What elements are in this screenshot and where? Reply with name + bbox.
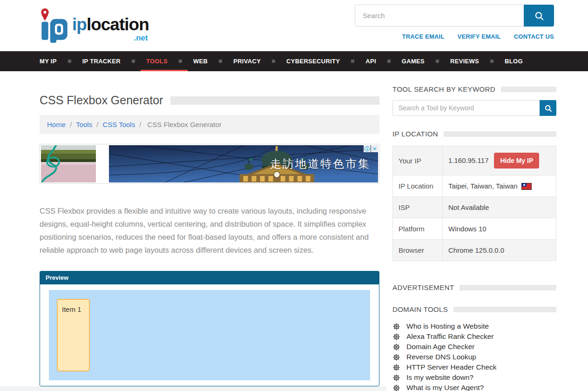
domain-tool-label: Alexa Traffic Rank Checker: [406, 332, 494, 341]
breadcrumb: Home/Tools/CSS Tools/ CSS Flexbox Genera…: [40, 115, 379, 134]
sidebar: TOOL SEARCH BY KEYWORD IP LOCATION Your …: [392, 85, 556, 391]
domain-tool-link[interactable]: HTTP Server Header Check: [392, 362, 556, 372]
breadcrumb-pair: CSS Tools/: [102, 121, 145, 128]
adchoices-info-icon[interactable]: i: [364, 145, 371, 152]
table-row-platform: Platform Windows 10: [393, 218, 556, 240]
your-ip-value: 1.160.95.117: [448, 156, 488, 164]
ad-image-left: [41, 145, 96, 182]
header-search-button[interactable]: [524, 5, 554, 27]
nav-item-label: MY IP: [40, 58, 57, 65]
table-row-ip-location: IP Location Taipei, Taiwan, Taiwan: [393, 175, 556, 197]
nav-item-label: BLOG: [505, 58, 523, 65]
tool-search-heading: TOOL SEARCH BY KEYWORD: [392, 85, 556, 93]
nav-item[interactable]: CYBERSECURITY: [281, 51, 360, 71]
nav-item[interactable]: MY IP: [34, 51, 77, 71]
nav-item[interactable]: API: [360, 51, 396, 71]
flex-item-1[interactable]: Item 1: [57, 299, 90, 371]
nav-item-label: TOOLS: [146, 58, 168, 65]
nav-item-label: CYBERSECURITY: [286, 58, 340, 65]
main-column: CSS Flexbox Generator Home/Tools/CSS Too…: [40, 85, 379, 391]
preview-card: Preview Item 1: [40, 271, 379, 386]
nav-item-label: GAMES: [402, 58, 425, 65]
ad-close-icon[interactable]: ×: [371, 145, 378, 152]
domain-tool-link[interactable]: Reverse DNS Lookup: [392, 352, 556, 362]
nav-item[interactable]: REVIEWS: [445, 51, 499, 71]
advertisement-heading: ADVERTISEMENT: [392, 283, 556, 291]
domain-tool-label: Who is Hosting a Website: [406, 322, 489, 330]
isp-value: Not Available: [443, 197, 556, 218]
hide-my-ip-button[interactable]: Hide My IP: [494, 153, 539, 169]
tool-description: CSS Flexbox provides a flexible and intu…: [40, 204, 379, 256]
table-row-your-ip: Your IP 1.160.95.117Hide My IP: [393, 146, 556, 175]
gear-icon: [392, 374, 400, 382]
nav-item[interactable]: PRIVACY: [228, 51, 281, 71]
gear-icon: [392, 384, 400, 391]
preview-card-body: Item 1: [40, 284, 379, 386]
heading-decoration-bar: [453, 307, 556, 312]
ad-image-right: 走訪地道特色市集 i ×: [109, 145, 378, 182]
your-ip-label: Your IP: [393, 146, 443, 175]
breadcrumb-separator: /: [70, 121, 72, 128]
breadcrumb-links: Home/Tools/CSS Tools/: [47, 121, 145, 128]
ad-banner[interactable]: 走訪地道特色市集 i ×: [40, 144, 379, 184]
nav-item[interactable]: GAMES: [396, 51, 445, 71]
breadcrumb-link[interactable]: Home: [47, 121, 66, 128]
nav-item-label: IP TRACKER: [82, 58, 121, 65]
breadcrumb-link[interactable]: Tools: [76, 121, 92, 128]
gear-icon: [392, 323, 400, 330]
flex-container-preview: Item 1: [49, 290, 370, 380]
tool-search-button[interactable]: [540, 100, 556, 116]
nav-item[interactable]: BLOG: [499, 51, 528, 71]
isp-label: ISP: [393, 197, 443, 218]
browser-value: Chrome 125.0.0.0: [443, 240, 556, 261]
platform-label: Platform: [393, 218, 443, 240]
domain-tool-label: Is my website down?: [406, 373, 473, 382]
header-link[interactable]: TRACE EMAIL: [402, 33, 445, 40]
main-nav: MY IP IP TRACKER TOOLS WEB PRIVACY: [0, 51, 588, 71]
logo[interactable]: iplocation.net: [40, 7, 149, 43]
heading-decoration-bar: [501, 87, 556, 92]
taiwan-flag-icon: [521, 183, 532, 190]
header-right: TRACE EMAILVERIFY EMAILCONTACT US: [355, 5, 554, 40]
logo-text-ip: ip: [72, 15, 87, 34]
breadcrumb-pair: Home/: [47, 121, 76, 128]
logo-text-location: location: [87, 15, 149, 34]
platform-value: Windows 10: [443, 218, 556, 240]
content: CSS Flexbox Generator Home/Tools/CSS Too…: [0, 71, 588, 391]
domain-tool-link[interactable]: What is my User Agent?: [392, 383, 556, 391]
header-links: TRACE EMAILVERIFY EMAILCONTACT US: [355, 33, 554, 40]
ip-location-value: Taipei, Taiwan, Taiwan: [448, 182, 518, 190]
ip-location-label: IP Location: [393, 175, 443, 197]
nav-list: MY IP IP TRACKER TOOLS WEB PRIVACY: [0, 51, 588, 71]
tool-search: [392, 100, 556, 116]
gear-icon: [392, 333, 400, 341]
domain-tool-link[interactable]: Domain Age Checker: [392, 342, 556, 352]
header-link[interactable]: CONTACT US: [514, 33, 554, 40]
tool-search-input[interactable]: [392, 100, 540, 116]
heading-decoration-bar: [444, 131, 556, 137]
nav-item[interactable]: TOOLS: [141, 51, 188, 71]
logo-text: iplocation.net: [72, 15, 149, 34]
domain-tool-link[interactable]: Alexa Traffic Rank Checker: [392, 331, 556, 342]
domain-tool-label: Domain Age Checker: [406, 343, 474, 351]
site-header: iplocation.net TRACE EMAILVERIFY EMAILCO…: [0, 0, 588, 51]
domain-tool-link[interactable]: Who is Hosting a Website: [392, 321, 556, 331]
title-decoration-bar: [170, 96, 379, 105]
logo-icon: [40, 7, 68, 43]
browser-label: Browser: [393, 240, 443, 261]
breadcrumb-separator: /: [139, 121, 141, 128]
logo-text-net: .net: [134, 34, 148, 43]
nav-item[interactable]: IP TRACKER: [77, 51, 141, 71]
domain-tool-label: What is my User Agent?: [406, 384, 484, 391]
page: iplocation.net TRACE EMAILVERIFY EMAILCO…: [0, 0, 588, 391]
breadcrumb-link[interactable]: CSS Tools: [102, 121, 135, 128]
header-search-input[interactable]: [355, 5, 524, 27]
domain-tools-list: Who is Hosting a Website: [392, 321, 556, 391]
heading-decoration-bar: [460, 285, 556, 290]
nav-item[interactable]: WEB: [188, 51, 228, 71]
domain-tool-link[interactable]: Is my website down?: [392, 372, 556, 383]
nav-item-label: REVIEWS: [450, 58, 479, 65]
breadcrumb-separator: /: [96, 121, 98, 128]
adchoices: i ×: [364, 145, 378, 152]
header-link[interactable]: VERIFY EMAIL: [458, 33, 501, 40]
